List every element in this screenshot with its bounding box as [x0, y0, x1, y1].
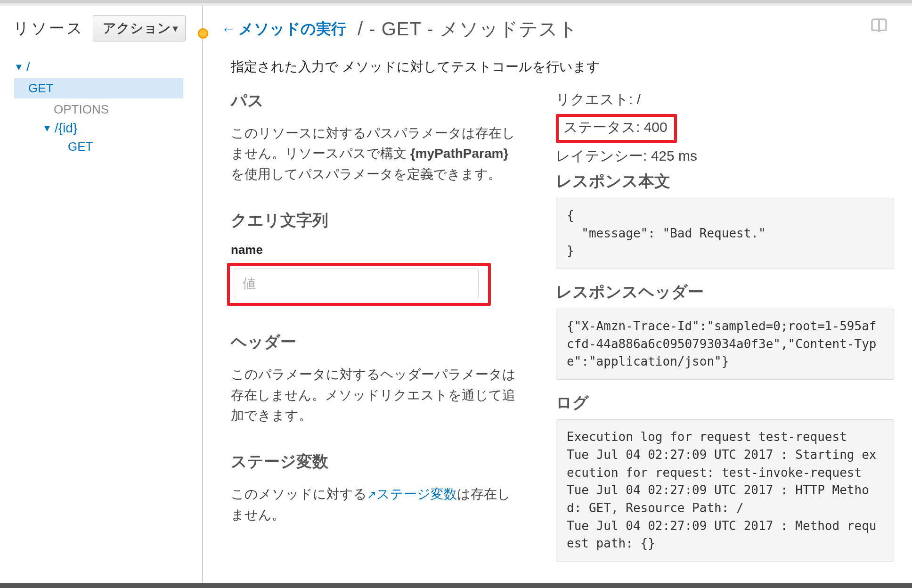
response-headers-heading: レスポンスヘッダー [556, 281, 894, 303]
response-headers-block: {"X-Amzn-Trace-Id":"sampled=0;root=1-595… [556, 309, 894, 380]
resources-sidebar: リソース アクション▾ ▼ / GET OPTIONS ▼ /{id} GET [0, 6, 203, 588]
status-line: ステータス: 400 [563, 118, 668, 137]
chevron-down-icon: ▾ [173, 23, 178, 34]
tree-toggle-icon[interactable]: ▼ [14, 62, 26, 73]
back-to-method-execution-link[interactable]: ← メソッドの実行 [221, 19, 346, 40]
external-link-icon: ↗ [367, 488, 376, 501]
response-body-heading: レスポンス本文 [556, 171, 894, 192]
main-panel: ← メソッドの実行 / - GET - メソッドテスト 指定された入力で メソッ… [203, 6, 912, 588]
tree-root[interactable]: ▼ / [14, 57, 202, 76]
tree-toggle-icon[interactable]: ▼ [42, 123, 55, 134]
query-field-label: name [231, 243, 518, 257]
log-heading: ログ [556, 392, 894, 414]
tree-root-options-row[interactable]: OPTIONS [14, 100, 202, 119]
back-link-label: メソッドの実行 [238, 19, 346, 40]
headers-heading: ヘッダー [231, 331, 518, 353]
bottom-bar [0, 583, 912, 588]
request-column: パス このリソースに対するパスパラメータは存在しません。リソースパスで構文 {m… [221, 90, 518, 562]
highlight-box: ステータス: 400 [556, 114, 677, 143]
tree-root-label: / [26, 59, 30, 74]
sidebar-title: リソース [13, 18, 84, 39]
page-header: ← メソッドの実行 / - GET - メソッドテスト [221, 16, 894, 42]
actions-dropdown-button[interactable]: アクション▾ [93, 15, 186, 41]
tree-root-get-row[interactable]: GET [14, 76, 202, 100]
path-description: このリソースに対するパスパラメータは存在しません。リソースパスで構文 {myPa… [231, 123, 518, 184]
log-block: Execution log for request test-request T… [556, 419, 894, 562]
response-column: リクエスト: / ステータス: 400 レイテンシー: 425 ms レスポンス… [556, 90, 894, 562]
path-heading: パス [231, 90, 518, 112]
tree-method-get: GET [14, 78, 183, 98]
stage-vars-heading: ステージ変数 [231, 451, 518, 473]
resource-tree: ▼ / GET OPTIONS ▼ /{id} GET [0, 50, 202, 156]
intro-text: 指定された入力で メソッドに対してテストコールを行います [231, 58, 894, 76]
query-string-heading: クエリ文字列 [231, 210, 518, 231]
arrow-left-icon: ← [221, 21, 236, 37]
query-name-input[interactable] [234, 269, 479, 298]
headers-description: このパラメータに対するヘッダーパラメータは存在しません。メソッドリクエストを通じ… [231, 364, 518, 425]
tree-method-get: GET [68, 139, 93, 154]
request-line: リクエスト: / [556, 90, 894, 109]
highlight-box [227, 263, 491, 306]
tree-id-get-row[interactable]: GET [14, 138, 202, 156]
stage-vars-description: このメソッドに対する↗ステージ変数は存在しません。 [231, 484, 518, 525]
page-title: / - GET - メソッドテスト [358, 16, 578, 42]
stage-variables-link[interactable]: ↗ステージ変数 [367, 487, 457, 501]
response-body-block: { "message": "Bad Request." } [556, 198, 894, 269]
tree-id-label: /{id} [55, 121, 77, 136]
tree-id-row[interactable]: ▼ /{id} [14, 119, 202, 138]
documentation-icon[interactable] [870, 17, 888, 38]
latency-line: レイテンシー: 425 ms [556, 147, 894, 166]
actions-label: アクション [103, 19, 171, 37]
tree-method-options: OPTIONS [54, 102, 109, 117]
